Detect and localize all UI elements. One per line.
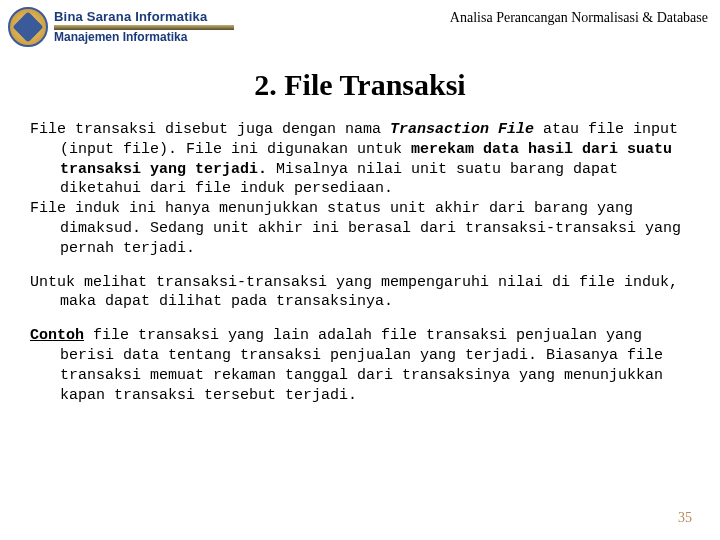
paragraph-4: Contoh file transaksi yang lain adalah f… <box>30 326 690 405</box>
text: File transaksi disebut juga dengan nama <box>30 121 390 138</box>
term-transaction-file: Transaction File <box>390 121 534 138</box>
page-number: 35 <box>678 510 692 526</box>
brand-name-bottom: Manajemen Informatika <box>54 31 234 44</box>
paragraph-1: File transaksi disebut juga dengan nama … <box>30 120 690 199</box>
header: Bina Sarana Informatika Manajemen Inform… <box>0 0 720 50</box>
brand-block: Bina Sarana Informatika Manajemen Inform… <box>54 10 234 44</box>
paragraph-3: Untuk melihat transaksi-transaksi yang m… <box>30 273 690 313</box>
text: file transaksi yang lain adalah file tra… <box>60 327 663 403</box>
brand-name-top: Bina Sarana Informatika <box>54 10 234 24</box>
paragraph-2: File induk ini hanya menunjukkan status … <box>30 199 690 258</box>
label-contoh: Contoh <box>30 327 84 344</box>
institution-logo-icon <box>8 7 48 47</box>
content-body: File transaksi disebut juga dengan nama … <box>0 120 720 405</box>
section-heading: 2. File Transaksi <box>0 68 720 102</box>
document-title: Analisa Perancangan Normalisasi & Databa… <box>450 10 708 26</box>
